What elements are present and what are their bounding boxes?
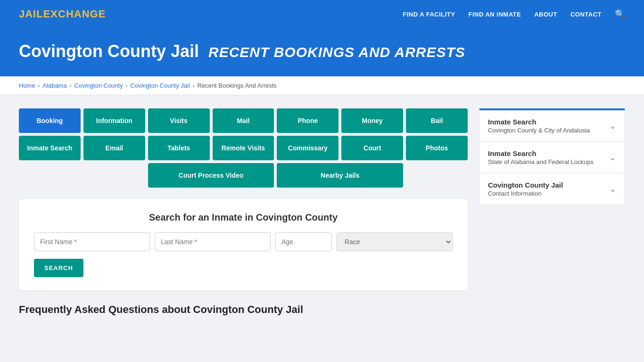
bottom-section: Frequently Asked Questions about Covingt… <box>0 304 644 325</box>
chevron-down-icon-3: ⌄ <box>609 184 616 194</box>
breadcrumb-current: Recent Bookings And Arrests <box>198 82 277 89</box>
page-title-sub: Recent Bookings and Arrests <box>208 44 465 60</box>
sidebar-item-1-title: Inmate Search <box>488 118 590 126</box>
breadcrumb: Home › Alabama › Covington County › Covi… <box>19 82 625 89</box>
sidebar-item-1-text: Inmate Search Covington County & City of… <box>488 118 590 134</box>
btn-tablets[interactable]: Tablets <box>148 136 210 160</box>
sidebar: Inmate Search Covington County & City of… <box>479 108 625 205</box>
left-column: Booking Information Visits Mail Phone Mo… <box>19 108 468 290</box>
btn-inmate-search[interactable]: Inmate Search <box>19 136 81 160</box>
breadcrumb-bar: Home › Alabama › Covington County › Covi… <box>0 76 644 95</box>
breadcrumb-sep-3: › <box>126 83 128 89</box>
nav-find-inmate[interactable]: FIND AN INMATE <box>468 11 521 18</box>
sidebar-item-2[interactable]: Inmate Search State of Alabama and Feder… <box>479 142 625 173</box>
breadcrumb-alabama[interactable]: Alabama <box>42 82 66 89</box>
sidebar-item-1[interactable]: Inmate Search Covington County & City of… <box>479 108 625 142</box>
button-grid-row1: Booking Information Visits Mail Phone Mo… <box>19 108 468 133</box>
last-name-input[interactable] <box>155 232 271 251</box>
search-button[interactable]: SEARCH <box>34 259 83 277</box>
breadcrumb-home[interactable]: Home <box>19 82 35 89</box>
btn-court[interactable]: Court <box>341 136 403 160</box>
bottom-heading: Frequently Asked Questions about Covingt… <box>19 304 625 316</box>
btn-court-process-video[interactable]: Court Process Video <box>148 163 274 188</box>
search-title: Search for an Inmate in Covington County <box>34 212 453 223</box>
search-fields: Race White Black Hispanic Asian Other <box>34 232 453 251</box>
chevron-down-icon-1: ⌄ <box>609 121 616 131</box>
nav-contact[interactable]: CONTACT <box>570 11 602 18</box>
sidebar-item-2-text: Inmate Search State of Alabama and Feder… <box>488 149 594 165</box>
btn-email[interactable]: Email <box>83 136 145 160</box>
btn-money[interactable]: Money <box>341 108 403 133</box>
button-grid-row2: Inmate Search Email Tablets Remote Visit… <box>19 136 468 160</box>
btn-phone[interactable]: Phone <box>277 108 339 133</box>
race-select[interactable]: Race White Black Hispanic Asian Other <box>337 232 453 251</box>
hero-section: Covington County Jail Recent Bookings an… <box>0 28 644 76</box>
btn-information[interactable]: Information <box>83 108 145 133</box>
breadcrumb-sep-1: › <box>38 83 40 89</box>
btn-booking[interactable]: Booking <box>19 108 81 133</box>
breadcrumb-jail[interactable]: Covington County Jail <box>130 82 190 89</box>
btn-bail[interactable]: Bail <box>406 108 468 133</box>
search-panel: Search for an Inmate in Covington County… <box>19 199 468 290</box>
btn-visits[interactable]: Visits <box>148 108 210 133</box>
nav-find-facility[interactable]: FIND A FACILITY <box>403 11 455 18</box>
logo-jail: JAIL <box>19 8 43 20</box>
main-nav: FIND A FACILITY FIND AN INMATE ABOUT CON… <box>403 9 625 19</box>
sidebar-item-1-subtitle: Covington County & City of Andalusia <box>488 127 590 134</box>
sidebar-item-2-title: Inmate Search <box>488 149 594 157</box>
btn-remote-visits[interactable]: Remote Visits <box>213 136 274 160</box>
sidebar-item-3-text: Covington County Jail Contact Informatio… <box>488 181 563 197</box>
search-icon[interactable]: 🔍 <box>615 9 625 19</box>
logo-exchange: EXCHANGE <box>43 8 106 20</box>
breadcrumb-sep-2: › <box>70 83 72 89</box>
btn-commissary[interactable]: Commissary <box>277 136 339 160</box>
btn-mail[interactable]: Mail <box>213 108 274 133</box>
breadcrumb-sep-4: › <box>193 83 195 89</box>
first-name-input[interactable] <box>34 232 150 251</box>
page-title: Covington County Jail Recent Bookings an… <box>19 41 625 61</box>
age-input[interactable] <box>275 232 332 251</box>
sidebar-item-3-subtitle: Contact Information <box>488 190 563 197</box>
site-logo[interactable]: JAILEXCHANGE <box>19 8 106 20</box>
breadcrumb-county[interactable]: Covington County <box>74 82 123 89</box>
page-title-main: Covington County Jail <box>19 41 199 61</box>
site-header: JAILEXCHANGE FIND A FACILITY FIND AN INM… <box>0 0 644 28</box>
btn-photos[interactable]: Photos <box>406 136 468 160</box>
nav-about[interactable]: ABOUT <box>534 11 557 18</box>
sidebar-item-2-subtitle: State of Alabama and Federal Lockups <box>488 158 594 165</box>
btn-nearby-jails[interactable]: Nearby Jails <box>277 163 403 188</box>
button-grid-row3: Court Process Video Nearby Jails <box>19 163 468 188</box>
main-content: Booking Information Visits Mail Phone Mo… <box>0 95 644 304</box>
sidebar-item-3[interactable]: Covington County Jail Contact Informatio… <box>479 173 625 205</box>
chevron-down-icon-2: ⌄ <box>609 152 616 163</box>
sidebar-item-3-title: Covington County Jail <box>488 181 563 189</box>
